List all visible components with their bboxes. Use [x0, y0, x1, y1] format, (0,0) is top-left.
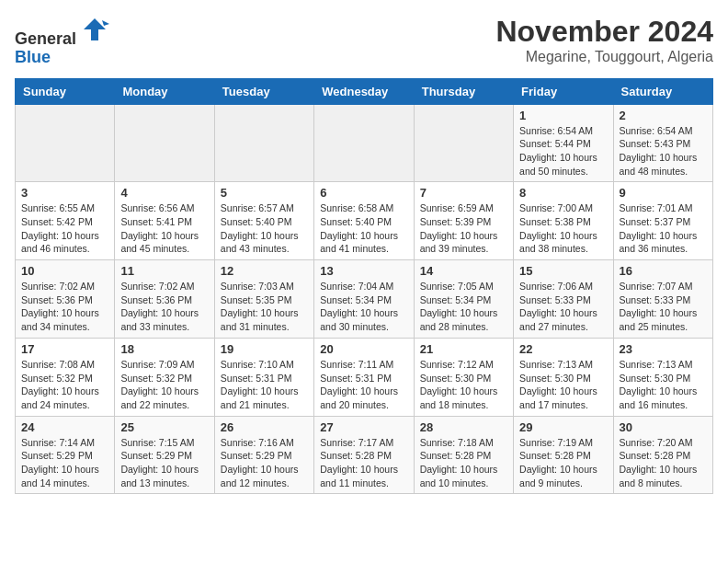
weekday-header-row: SundayMondayTuesdayWednesdayThursdayFrid… [16, 78, 713, 104]
page-header: General Blue November 2024 Megarine, Tou… [15, 15, 713, 67]
calendar-cell: 7Sunrise: 6:59 AM Sunset: 5:39 PM Daylig… [414, 182, 513, 260]
calendar-table: SundayMondayTuesdayWednesdayThursdayFrid… [15, 78, 713, 495]
calendar-cell: 11Sunrise: 7:02 AM Sunset: 5:36 PM Dayli… [115, 260, 214, 339]
day-info: Sunrise: 7:18 AM Sunset: 5:28 PM Dayligh… [420, 436, 507, 490]
day-info: Sunrise: 6:57 AM Sunset: 5:40 PM Dayligh… [221, 201, 308, 256]
calendar-cell: 21Sunrise: 7:12 AM Sunset: 5:30 PM Dayli… [414, 338, 513, 416]
day-number: 9 [620, 186, 707, 200]
calendar-cell: 17Sunrise: 7:08 AM Sunset: 5:32 PM Dayli… [16, 338, 115, 416]
day-number: 11 [120, 264, 208, 278]
calendar-cell: 1Sunrise: 6:54 AM Sunset: 5:44 PM Daylig… [514, 104, 613, 182]
day-number: 26 [221, 420, 308, 434]
day-info: Sunrise: 7:06 AM Sunset: 5:33 PM Dayligh… [519, 280, 607, 334]
calendar-cell [115, 104, 214, 182]
day-number: 16 [620, 264, 707, 278]
week-row-1: 1Sunrise: 6:54 AM Sunset: 5:44 PM Daylig… [16, 104, 713, 182]
day-info: Sunrise: 7:12 AM Sunset: 5:30 PM Dayligh… [420, 358, 507, 412]
calendar-cell: 3Sunrise: 6:55 AM Sunset: 5:42 PM Daylig… [16, 182, 115, 260]
day-info: Sunrise: 7:05 AM Sunset: 5:34 PM Dayligh… [420, 280, 507, 334]
day-info: Sunrise: 6:54 AM Sunset: 5:43 PM Dayligh… [620, 124, 707, 178]
calendar-cell: 25Sunrise: 7:15 AM Sunset: 5:29 PM Dayli… [115, 416, 214, 494]
calendar-body: 1Sunrise: 6:54 AM Sunset: 5:44 PM Daylig… [16, 104, 713, 494]
day-info: Sunrise: 6:54 AM Sunset: 5:44 PM Dayligh… [519, 124, 607, 178]
calendar-cell: 30Sunrise: 7:20 AM Sunset: 5:28 PM Dayli… [613, 416, 712, 494]
day-info: Sunrise: 7:19 AM Sunset: 5:28 PM Dayligh… [519, 436, 607, 490]
weekday-header-saturday: Saturday [613, 78, 712, 104]
day-number: 8 [519, 186, 607, 200]
day-info: Sunrise: 7:16 AM Sunset: 5:29 PM Dayligh… [221, 436, 308, 490]
day-info: Sunrise: 7:13 AM Sunset: 5:30 PM Dayligh… [620, 358, 707, 412]
day-info: Sunrise: 7:20 AM Sunset: 5:28 PM Dayligh… [620, 436, 707, 490]
logo-bird-icon [80, 15, 109, 44]
week-row-4: 17Sunrise: 7:08 AM Sunset: 5:32 PM Dayli… [16, 338, 713, 416]
day-number: 28 [420, 420, 507, 434]
day-number: 6 [320, 186, 407, 200]
calendar-cell: 26Sunrise: 7:16 AM Sunset: 5:29 PM Dayli… [214, 416, 313, 494]
day-number: 30 [620, 420, 707, 434]
day-info: Sunrise: 7:07 AM Sunset: 5:33 PM Dayligh… [620, 280, 707, 334]
day-info: Sunrise: 7:08 AM Sunset: 5:32 PM Dayligh… [21, 358, 108, 412]
day-info: Sunrise: 7:02 AM Sunset: 5:36 PM Dayligh… [21, 280, 108, 334]
calendar-cell: 12Sunrise: 7:03 AM Sunset: 5:35 PM Dayli… [214, 260, 313, 339]
title-block: November 2024 Megarine, Touggourt, Alger… [495, 15, 713, 65]
day-info: Sunrise: 6:59 AM Sunset: 5:39 PM Dayligh… [420, 201, 507, 256]
calendar-cell: 20Sunrise: 7:11 AM Sunset: 5:31 PM Dayli… [314, 338, 414, 416]
day-info: Sunrise: 7:11 AM Sunset: 5:31 PM Dayligh… [320, 358, 407, 412]
subtitle: Megarine, Touggourt, Algeria [495, 49, 713, 65]
weekday-header-tuesday: Tuesday [214, 78, 313, 104]
day-number: 5 [221, 186, 308, 200]
day-number: 13 [320, 264, 407, 278]
day-info: Sunrise: 7:17 AM Sunset: 5:28 PM Dayligh… [320, 436, 407, 490]
main-title: November 2024 [495, 15, 713, 49]
svg-marker-1 [102, 20, 109, 26]
day-number: 2 [620, 109, 707, 122]
day-info: Sunrise: 7:02 AM Sunset: 5:36 PM Dayligh… [120, 280, 208, 334]
calendar-cell: 8Sunrise: 7:00 AM Sunset: 5:38 PM Daylig… [514, 182, 613, 260]
day-number: 12 [221, 264, 308, 278]
calendar-cell: 15Sunrise: 7:06 AM Sunset: 5:33 PM Dayli… [514, 260, 613, 339]
day-info: Sunrise: 7:14 AM Sunset: 5:29 PM Dayligh… [21, 436, 108, 490]
weekday-header-thursday: Thursday [414, 78, 513, 104]
calendar-cell: 5Sunrise: 6:57 AM Sunset: 5:40 PM Daylig… [214, 182, 313, 260]
logo: General Blue [15, 15, 109, 67]
calendar-cell: 2Sunrise: 6:54 AM Sunset: 5:43 PM Daylig… [613, 104, 712, 182]
day-info: Sunrise: 7:04 AM Sunset: 5:34 PM Dayligh… [320, 280, 407, 334]
day-number: 20 [320, 342, 407, 356]
calendar-cell [414, 104, 513, 182]
day-number: 21 [420, 342, 507, 356]
day-number: 18 [120, 342, 208, 356]
day-number: 27 [320, 420, 407, 434]
calendar-cell: 13Sunrise: 7:04 AM Sunset: 5:34 PM Dayli… [314, 260, 414, 339]
day-info: Sunrise: 7:00 AM Sunset: 5:38 PM Dayligh… [519, 201, 607, 256]
day-info: Sunrise: 6:56 AM Sunset: 5:41 PM Dayligh… [120, 201, 208, 256]
weekday-header-friday: Friday [514, 78, 613, 104]
calendar-cell: 9Sunrise: 7:01 AM Sunset: 5:37 PM Daylig… [613, 182, 712, 260]
calendar-cell: 6Sunrise: 6:58 AM Sunset: 5:40 PM Daylig… [314, 182, 414, 260]
week-row-2: 3Sunrise: 6:55 AM Sunset: 5:42 PM Daylig… [16, 182, 713, 260]
day-info: Sunrise: 7:15 AM Sunset: 5:29 PM Dayligh… [120, 436, 208, 490]
day-number: 1 [519, 109, 607, 122]
calendar-cell: 24Sunrise: 7:14 AM Sunset: 5:29 PM Dayli… [16, 416, 115, 494]
weekday-header-wednesday: Wednesday [314, 78, 414, 104]
calendar-cell: 14Sunrise: 7:05 AM Sunset: 5:34 PM Dayli… [414, 260, 513, 339]
day-info: Sunrise: 6:55 AM Sunset: 5:42 PM Dayligh… [21, 201, 108, 256]
calendar-header: SundayMondayTuesdayWednesdayThursdayFrid… [16, 78, 713, 104]
calendar-cell: 19Sunrise: 7:10 AM Sunset: 5:31 PM Dayli… [214, 338, 313, 416]
day-info: Sunrise: 7:13 AM Sunset: 5:30 PM Dayligh… [519, 358, 607, 412]
calendar-cell: 23Sunrise: 7:13 AM Sunset: 5:30 PM Dayli… [613, 338, 712, 416]
svg-marker-0 [84, 18, 106, 40]
calendar-cell: 22Sunrise: 7:13 AM Sunset: 5:30 PM Dayli… [514, 338, 613, 416]
day-number: 19 [221, 342, 308, 356]
day-number: 17 [21, 342, 108, 356]
calendar-cell: 28Sunrise: 7:18 AM Sunset: 5:28 PM Dayli… [414, 416, 513, 494]
calendar-cell: 18Sunrise: 7:09 AM Sunset: 5:32 PM Dayli… [115, 338, 214, 416]
calendar-cell [314, 104, 414, 182]
day-number: 14 [420, 264, 507, 278]
day-info: Sunrise: 6:58 AM Sunset: 5:40 PM Dayligh… [320, 201, 407, 256]
day-number: 7 [420, 186, 507, 200]
week-row-5: 24Sunrise: 7:14 AM Sunset: 5:29 PM Dayli… [16, 416, 713, 494]
logo-blue: Blue [15, 48, 51, 66]
day-number: 4 [120, 186, 208, 200]
weekday-header-monday: Monday [115, 78, 214, 104]
day-number: 3 [21, 186, 108, 200]
